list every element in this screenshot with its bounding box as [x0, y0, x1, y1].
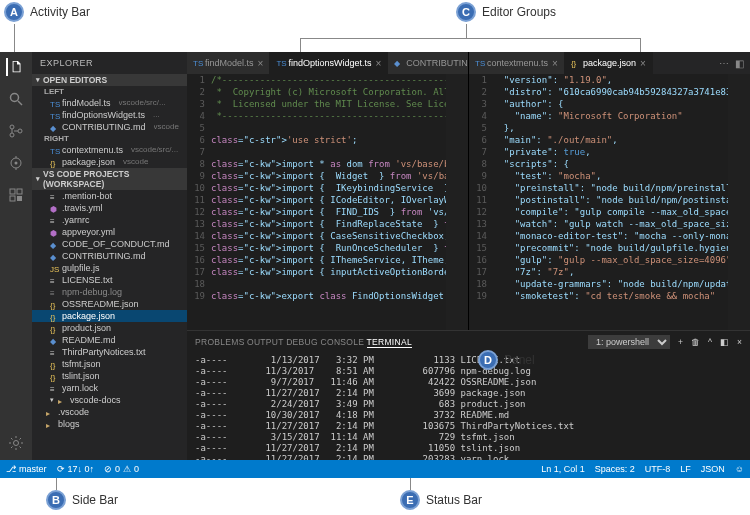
- sidebar-item[interactable]: {}OSSREADME.json: [32, 298, 187, 310]
- kill-terminal-icon[interactable]: 🗑: [691, 337, 700, 347]
- sidebar-item[interactable]: TSfindModel.tsvscode/src/...: [32, 97, 187, 109]
- eol-status[interactable]: LF: [680, 464, 691, 474]
- yml-file-icon: ⬢: [50, 204, 58, 212]
- panel-tab-output[interactable]: OUTPUT: [247, 337, 284, 347]
- status-bar: ⎇ master ⟳ 17↓ 0↑ ⊘0 ⚠0 Ln 1, Col 1 Spac…: [0, 460, 750, 478]
- file-name: findOptionsWidget.ts: [62, 109, 145, 121]
- extensions-icon[interactable]: [7, 186, 25, 204]
- file-path-meta: vscode/src/...: [119, 97, 166, 109]
- sidebar-item[interactable]: ⬢.travis.yml: [32, 202, 187, 214]
- file-name: .vscode: [58, 406, 89, 418]
- sidebar-item[interactable]: ◆CONTRIBUTING.mdvscode: [32, 121, 187, 133]
- close-tab-icon[interactable]: ×: [552, 58, 558, 69]
- json-file-icon: {}: [50, 372, 58, 380]
- sidebar-item[interactable]: ≡yarn.lock: [32, 382, 187, 394]
- code-content[interactable]: /*--------------------------------------…: [211, 74, 446, 330]
- branch-status[interactable]: ⎇ master: [6, 464, 47, 474]
- file-name: .mention-bot: [62, 190, 112, 202]
- close-tab-icon[interactable]: ×: [375, 58, 381, 69]
- editor-tab[interactable]: TScontextmenu.ts×: [469, 52, 565, 74]
- panel-tab-problems[interactable]: PROBLEMS: [195, 337, 245, 347]
- md-file-icon: ◆: [50, 123, 58, 131]
- split-panel-icon[interactable]: ◧: [720, 337, 729, 347]
- sidebar-item[interactable]: ≡.yarnrc: [32, 214, 187, 226]
- file-name: npm-debug.log: [62, 286, 122, 298]
- callout-b: B Side Bar: [46, 490, 118, 510]
- new-terminal-icon[interactable]: +: [678, 337, 683, 347]
- file-path-meta: vscode: [123, 156, 148, 168]
- md-file-icon: ◆: [394, 59, 402, 67]
- sidebar-item[interactable]: ◆CODE_OF_CONDUCT.md: [32, 238, 187, 250]
- svg-rect-11: [10, 196, 15, 201]
- sidebar-item[interactable]: JSgulpfile.js: [32, 262, 187, 274]
- split-editor-icon[interactable]: ◧: [735, 58, 744, 69]
- sidebar-item[interactable]: ◆README.md: [32, 334, 187, 346]
- sync-status[interactable]: ⟳ 17↓ 0↑: [57, 464, 95, 474]
- editor-tab[interactable]: TSfindOptionsWidget.ts×: [270, 52, 388, 74]
- sidebar-item[interactable]: ≡ThirdPartyNotices.txt: [32, 346, 187, 358]
- panel-tab-debug-console[interactable]: DEBUG CONSOLE: [286, 337, 364, 347]
- cursor-position[interactable]: Ln 1, Col 1: [541, 464, 585, 474]
- editor-groups: TSfindModel.ts×TSfindOptionsWidget.ts×◆C…: [187, 52, 750, 330]
- editor-tab[interactable]: ◆CONTRIBUTING.md×: [388, 52, 468, 74]
- sidebar-item[interactable]: TSfindOptionsWidget.ts...: [32, 109, 187, 121]
- debug-icon[interactable]: [7, 154, 25, 172]
- language-mode[interactable]: JSON: [701, 464, 725, 474]
- maximize-panel-icon[interactable]: ^: [708, 337, 712, 347]
- terminal-selector[interactable]: 1: powershell: [588, 335, 670, 349]
- minimap[interactable]: [728, 74, 750, 330]
- sidebar-item[interactable]: {}package.jsonvscode: [32, 156, 187, 168]
- sidebar-item[interactable]: ≡.mention-bot: [32, 190, 187, 202]
- json-file-icon: {}: [50, 312, 58, 320]
- ts-file-icon: TS: [276, 59, 284, 67]
- file-name: LICENSE.txt: [62, 274, 113, 286]
- json-file-icon: {}: [571, 59, 579, 67]
- code-editor[interactable]: 12345678910111213141516171819 "version":…: [469, 74, 750, 330]
- gear-icon[interactable]: [7, 434, 25, 452]
- sidebar-item[interactable]: ≡LICENSE.txt: [32, 274, 187, 286]
- editor-tab[interactable]: {}package.json×: [565, 52, 653, 74]
- sidebar-item[interactable]: {}tslint.json: [32, 370, 187, 382]
- indentation-status[interactable]: Spaces: 2: [595, 464, 635, 474]
- close-panel-icon[interactable]: ×: [737, 337, 742, 347]
- sidebar-item[interactable]: {}package.json: [32, 310, 187, 322]
- file-name: package.json: [62, 310, 115, 322]
- close-tab-icon[interactable]: ×: [258, 58, 264, 69]
- sidebar-item[interactable]: ▸.vscode: [32, 406, 187, 418]
- problems-status[interactable]: ⊘0 ⚠0: [104, 464, 139, 474]
- workspace-header[interactable]: ▾ VS CODE PROJECTS (WORKSPACE): [32, 168, 187, 190]
- sidebar-item[interactable]: ⬢appveyor.yml: [32, 226, 187, 238]
- json-file-icon: {}: [50, 300, 58, 308]
- file-name: gulpfile.js: [62, 262, 100, 274]
- encoding-status[interactable]: UTF-8: [645, 464, 671, 474]
- code-editor[interactable]: 12345678910111213141516171819/*---------…: [187, 74, 468, 330]
- editor-tab[interactable]: TSfindModel.ts×: [187, 52, 270, 74]
- explorer-icon[interactable]: [6, 58, 24, 76]
- file-name: tsfmt.json: [62, 358, 101, 370]
- sidebar-item[interactable]: ◆CONTRIBUTING.md: [32, 250, 187, 262]
- sidebar-item[interactable]: ≡npm-debug.log: [32, 286, 187, 298]
- yml-file-icon: ⬢: [50, 228, 58, 236]
- svg-rect-12: [17, 196, 22, 201]
- sidebar-item[interactable]: ▸blogs: [32, 418, 187, 430]
- close-tab-icon[interactable]: ×: [640, 58, 646, 69]
- file-path-meta: vscode/src/...: [131, 144, 178, 156]
- search-icon[interactable]: [7, 90, 25, 108]
- open-editors-header[interactable]: ▾ OPEN EDITORS: [32, 74, 187, 86]
- source-control-icon[interactable]: [7, 122, 25, 140]
- line-gutter: 12345678910111213141516171819: [187, 74, 211, 330]
- more-icon[interactable]: ⋯: [719, 58, 729, 69]
- terminal-output[interactable]: -a---- 1/13/2017 3:32 PM 1133 LICENSE.tx…: [187, 353, 750, 460]
- sidebar-item[interactable]: ▾▸vscode-docs: [32, 394, 187, 406]
- panel-tab-terminal[interactable]: TERMINAL: [367, 337, 412, 348]
- minimap[interactable]: [446, 74, 468, 330]
- code-content[interactable]: "version": "1.19.0", "distro": "610ca699…: [493, 74, 728, 330]
- sidebar-item[interactable]: {}product.json: [32, 322, 187, 334]
- sidebar-item[interactable]: TScontextmenu.tsvscode/src/...: [32, 144, 187, 156]
- callout-text-d: Panel: [504, 353, 535, 367]
- sidebar-item[interactable]: {}tsfmt.json: [32, 358, 187, 370]
- open-editors-right-label: RIGHT: [32, 133, 187, 144]
- md-file-icon: ◆: [50, 336, 58, 344]
- feedback-icon[interactable]: ☺: [735, 464, 744, 474]
- file-name: CONTRIBUTING.md: [62, 250, 146, 262]
